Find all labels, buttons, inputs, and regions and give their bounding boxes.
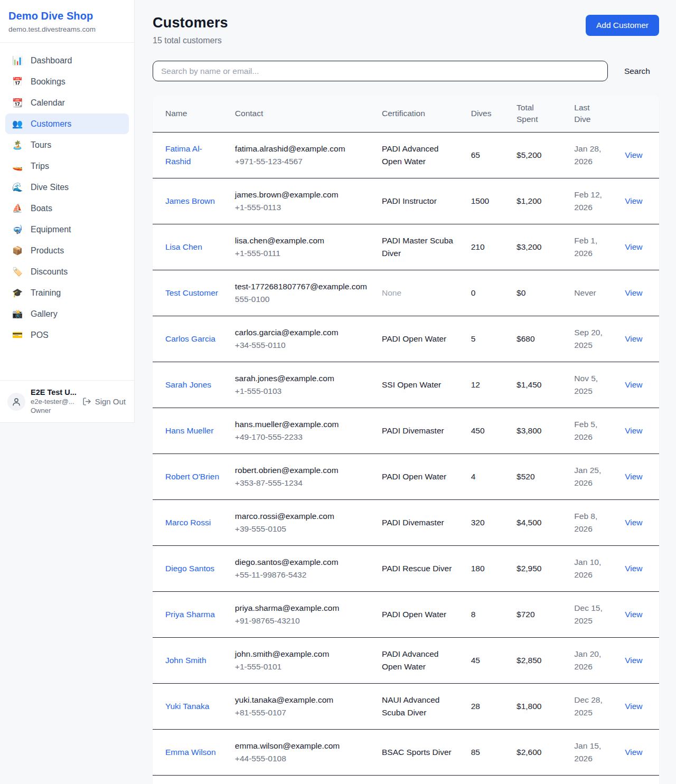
sidebar-item-dive-sites[interactable]: 🌊Dive Sites bbox=[5, 177, 129, 197]
sidebar: Demo Dive Shop demo.test.divestreams.com… bbox=[0, 0, 135, 423]
sidebar-item-calendar[interactable]: 📆Calendar bbox=[5, 92, 129, 113]
sidebar-item-bookings[interactable]: 📅Bookings bbox=[5, 71, 129, 92]
customer-last-dive: Jan 28, 2026 bbox=[568, 132, 618, 178]
view-customer-link[interactable]: View bbox=[625, 150, 642, 159]
customer-name-link[interactable]: Robert O'Brien bbox=[165, 472, 219, 481]
sign-out-button[interactable]: Sign Out bbox=[81, 396, 127, 407]
calendar-date-icon: 📅 bbox=[12, 77, 23, 87]
customer-email: carlos.garcia@example.com bbox=[235, 326, 369, 339]
view-customer-link[interactable]: View bbox=[625, 334, 642, 343]
calendar-icon: 📆 bbox=[12, 98, 23, 108]
customer-name-link[interactable]: John Smith bbox=[165, 656, 206, 665]
customer-name-link[interactable]: Priya Sharma bbox=[165, 610, 215, 619]
sidebar-item-discounts[interactable]: 🏷️Discounts bbox=[5, 261, 129, 282]
customer-certification-cell: PADI Instructor bbox=[375, 178, 465, 224]
customer-certification-cell: PADI Master Scuba Diver bbox=[375, 224, 465, 270]
customer-name-link[interactable]: Fatima Al-Rashid bbox=[165, 144, 202, 166]
sidebar-item-dashboard[interactable]: 📊Dashboard bbox=[5, 50, 129, 71]
sidebar-item-customers[interactable]: 👥Customers bbox=[5, 114, 129, 134]
customer-name-link[interactable]: Test Customer bbox=[165, 288, 218, 297]
view-customer-link[interactable]: View bbox=[625, 380, 642, 389]
customer-name-link[interactable]: Carlos Garcia bbox=[165, 334, 215, 343]
sidebar-item-training[interactable]: 🎓Training bbox=[5, 282, 129, 303]
user-info: E2E Test U... e2e-tester@... Owner bbox=[31, 388, 76, 415]
customer-actions-cell: View bbox=[618, 132, 659, 178]
page-header: Customers 15 total customers Add Custome… bbox=[153, 15, 659, 45]
view-customer-link[interactable]: View bbox=[625, 472, 642, 481]
customer-name-link[interactable]: Diego Santos bbox=[165, 564, 214, 573]
customer-name-link[interactable]: Hans Mueller bbox=[165, 426, 213, 435]
table-row: Sarah Jonessarah.jones@example.com+1-555… bbox=[153, 362, 659, 408]
view-customer-link[interactable]: View bbox=[625, 518, 642, 527]
sidebar-item-boats[interactable]: ⛵Boats bbox=[5, 198, 129, 219]
credit-card-icon: 💳 bbox=[12, 330, 23, 340]
customer-dives: 95 bbox=[465, 776, 510, 784]
sidebar-item-label: Discounts bbox=[31, 267, 68, 277]
sidebar-item-label: Training bbox=[31, 288, 61, 298]
sidebar-item-label: Customers bbox=[31, 119, 71, 129]
view-customer-link[interactable]: View bbox=[625, 748, 642, 757]
customer-email: hans.mueller@example.com bbox=[235, 418, 369, 431]
view-customer-link[interactable]: View bbox=[625, 702, 642, 711]
sidebar-item-gallery[interactable]: 📸Gallery bbox=[5, 304, 129, 324]
column-header-total-spent: Total Spent bbox=[510, 96, 568, 132]
customer-last-dive: Jan 20, 2026 bbox=[568, 638, 618, 684]
customer-name-link[interactable]: Sarah Jones bbox=[165, 380, 211, 389]
customer-last-dive: Nov 5, 2025 bbox=[568, 362, 618, 408]
customer-contact-cell: james.brown@example.com+1-555-0113 bbox=[229, 178, 375, 224]
add-customer-button[interactable]: Add Customer bbox=[586, 15, 659, 36]
column-header-dives: Dives bbox=[465, 96, 510, 132]
customer-certification-cell: PADI Divemaster bbox=[375, 500, 465, 546]
customer-certification: PADI Rescue Diver bbox=[382, 564, 452, 573]
view-customer-link[interactable]: View bbox=[625, 242, 642, 251]
sidebar-item-pos[interactable]: 💳POS bbox=[5, 325, 129, 345]
view-customer-link[interactable]: View bbox=[625, 656, 642, 665]
search-button[interactable]: Search bbox=[615, 63, 659, 79]
customer-name-link[interactable]: James Brown bbox=[165, 196, 215, 205]
table-row: Test Customertest-1772681807767@example.… bbox=[153, 270, 659, 316]
column-header-contact: Contact bbox=[229, 96, 375, 132]
page-title: Customers bbox=[153, 15, 228, 31]
sidebar-item-tours[interactable]: 🏝️Tours bbox=[5, 135, 129, 155]
view-customer-link[interactable]: View bbox=[625, 426, 642, 435]
customer-name-cell: Hans Mueller bbox=[153, 408, 229, 454]
customer-certification: PADI Divemaster bbox=[382, 518, 444, 527]
customer-name-link[interactable]: Marco Rossi bbox=[165, 518, 211, 527]
customer-actions-cell: View bbox=[618, 592, 659, 638]
customers-table-card: NameContactCertificationDivesTotal Spent… bbox=[153, 96, 659, 784]
view-customer-link[interactable]: View bbox=[625, 288, 642, 297]
app: Demo Dive Shop demo.test.divestreams.com… bbox=[0, 0, 676, 784]
customer-contact-cell: priya.sharma@example.com+91-98765-43210 bbox=[229, 592, 375, 638]
customer-name-cell: Sarah Jones bbox=[153, 362, 229, 408]
view-customer-link[interactable]: View bbox=[625, 196, 642, 205]
sidebar-item-trips[interactable]: 🚤Trips bbox=[5, 156, 129, 176]
customer-name-cell: Keiko Yamamoto bbox=[153, 776, 229, 784]
customer-certification: PADI Open Water bbox=[382, 610, 446, 619]
sidebar-header: Demo Dive Shop demo.test.divestreams.com bbox=[0, 0, 134, 43]
customer-dives: 5 bbox=[465, 316, 510, 362]
customer-name-link[interactable]: Yuki Tanaka bbox=[165, 702, 209, 711]
customer-email: fatima.alrashid@example.com bbox=[235, 143, 369, 155]
search-input[interactable] bbox=[153, 61, 608, 81]
view-customer-link[interactable]: View bbox=[625, 610, 642, 619]
customer-name-link[interactable]: Emma Wilson bbox=[165, 748, 216, 757]
sidebar-item-equipment[interactable]: 🤿Equipment bbox=[5, 219, 129, 240]
table-row: Lisa Chenlisa.chen@example.com+1-555-011… bbox=[153, 224, 659, 270]
sidebar-item-label: Dashboard bbox=[31, 56, 72, 65]
customer-actions-cell: View bbox=[618, 638, 659, 684]
customer-certification-cell: PADI Advanced Open Water bbox=[375, 776, 465, 784]
customer-total-spent: $3,200 bbox=[510, 224, 568, 270]
customer-phone: +39-555-0105 bbox=[235, 523, 369, 535]
customer-name-cell: Emma Wilson bbox=[153, 730, 229, 776]
table-row: Fatima Al-Rashidfatima.alrashid@example.… bbox=[153, 132, 659, 178]
column-header-name: Name bbox=[153, 96, 229, 132]
customer-last-dive: Feb 8, 2026 bbox=[568, 500, 618, 546]
sidebar-item-products[interactable]: 📦Products bbox=[5, 240, 129, 261]
avatar bbox=[7, 393, 25, 411]
customer-name-link[interactable]: Lisa Chen bbox=[165, 242, 202, 251]
view-customer-link[interactable]: View bbox=[625, 564, 642, 573]
search-row: Search bbox=[153, 61, 659, 81]
customer-contact-cell: hans.mueller@example.com+49-170-555-2233 bbox=[229, 408, 375, 454]
customer-email: robert.obrien@example.com bbox=[235, 464, 369, 477]
page-title-block: Customers 15 total customers bbox=[153, 15, 228, 45]
